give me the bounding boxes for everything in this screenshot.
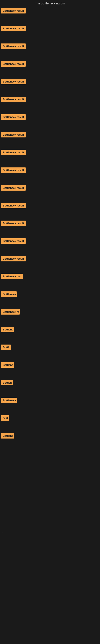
bottleneck-row: Bottleneck result bbox=[0, 202, 100, 219]
bottleneck-badge[interactable]: Bottleneck result bbox=[1, 238, 26, 244]
bottleneck-row: Bottleneck result bbox=[0, 96, 100, 113]
bottleneck-badge[interactable]: Bottleneck result bbox=[1, 256, 26, 262]
bottleneck-badge[interactable]: Bottlen bbox=[1, 380, 13, 386]
ellipsis-area: ... bbox=[0, 450, 100, 534]
bottleneck-badge[interactable]: Bottleneck bbox=[1, 292, 17, 297]
bottleneck-row: Bottl bbox=[0, 343, 100, 361]
bottleneck-row: Bottleneck result bbox=[0, 166, 100, 184]
bottleneck-badge[interactable]: Bottleneck result bbox=[1, 114, 26, 120]
bottleneck-row: Bottleneck result bbox=[0, 24, 100, 42]
bottleneck-badge[interactable]: Bottlene bbox=[1, 362, 14, 368]
bottleneck-badge[interactable]: Bottleneck re bbox=[1, 309, 20, 314]
bottleneck-badge[interactable]: Bottleneck result bbox=[1, 132, 26, 138]
bottleneck-row: Bottleneck result bbox=[0, 42, 100, 60]
bottleneck-row: Bottleneck result bbox=[0, 60, 100, 78]
bottleneck-row: Bottleneck result bbox=[0, 219, 100, 237]
bottleneck-badge[interactable]: Bottleneck result bbox=[1, 96, 26, 102]
bottleneck-row: Bottleneck result bbox=[0, 78, 100, 96]
bottleneck-badge[interactable]: Bottleneck result bbox=[1, 26, 26, 31]
bottleneck-row: Bottlene bbox=[0, 361, 100, 379]
bottleneck-badge[interactable]: Bottleneck result bbox=[1, 220, 26, 226]
bottleneck-badge[interactable]: Bott bbox=[1, 416, 9, 421]
bottleneck-badge[interactable]: Bottlene bbox=[1, 327, 14, 332]
bottleneck-row: Bottleneck result bbox=[0, 7, 100, 24]
bottleneck-row: Bottleneck bbox=[0, 396, 100, 414]
bottleneck-badge[interactable]: Bottleneck res bbox=[1, 274, 23, 279]
bottleneck-row: Bottleneck result bbox=[0, 184, 100, 202]
bottleneck-row: Bottleneck bbox=[0, 290, 100, 308]
site-title: TheBottlenecker.com bbox=[0, 0, 100, 7]
bottleneck-row: Bottlen bbox=[0, 379, 100, 396]
bottleneck-badge[interactable]: Bottleneck result bbox=[1, 61, 26, 66]
bottleneck-badge[interactable]: Bottleneck result bbox=[1, 203, 26, 208]
bottleneck-row: Bottleneck re bbox=[0, 308, 100, 326]
bottleneck-row: Bottleneck result bbox=[0, 148, 100, 166]
bottleneck-row: Bottleneck result bbox=[0, 131, 100, 148]
bottleneck-row: Bottleneck result bbox=[0, 113, 100, 131]
bottleneck-badge[interactable]: Bottlene bbox=[1, 433, 14, 438]
bottleneck-badge[interactable]: Bottleneck bbox=[1, 398, 17, 403]
bottleneck-badge[interactable]: Bottl bbox=[1, 344, 11, 350]
bottleneck-row: Bottleneck result bbox=[0, 255, 100, 272]
bottleneck-row: Bottlene bbox=[0, 432, 100, 450]
bottleneck-row: Bottleneck result bbox=[0, 237, 100, 255]
bottleneck-badge[interactable]: Bottleneck result bbox=[1, 79, 26, 84]
bottleneck-badge[interactable]: Bottleneck result bbox=[1, 150, 26, 155]
bottleneck-row: Bottlene bbox=[0, 326, 100, 343]
bottleneck-row: Bottleneck res bbox=[0, 272, 100, 290]
bottleneck-badge[interactable]: Bottleneck result bbox=[1, 8, 26, 14]
ellipsis-text: ... bbox=[1, 530, 4, 534]
bottleneck-badge[interactable]: Bottleneck result bbox=[1, 185, 26, 190]
bottleneck-row: Bott bbox=[0, 414, 100, 432]
bottleneck-badge[interactable]: Bottleneck result bbox=[1, 168, 26, 173]
bottleneck-badge[interactable]: Bottleneck result bbox=[1, 44, 26, 49]
